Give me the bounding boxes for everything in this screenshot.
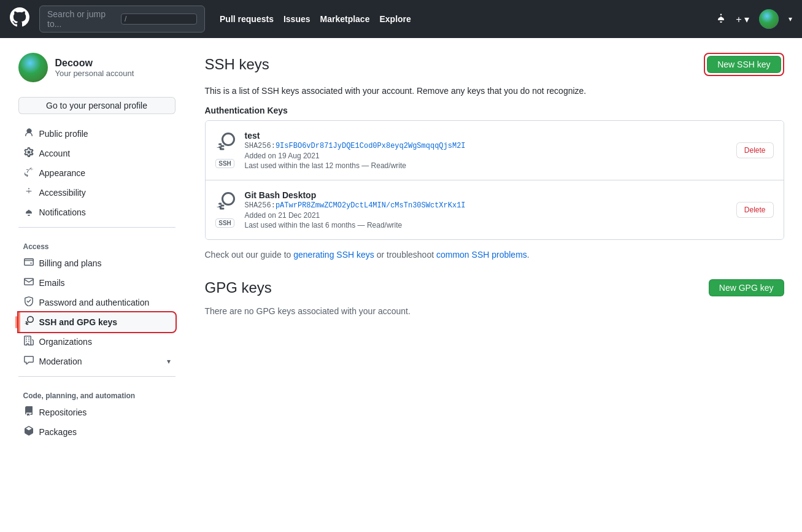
sidebar-label-account: Account [39, 148, 71, 158]
sidebar-item-packages[interactable]: Packages [18, 422, 175, 442]
chevron-down-icon: ▾ [167, 357, 171, 366]
settings-sidebar: Decoow Your personal account Go to your … [18, 53, 190, 442]
sidebar-label-billing: Billing and plans [39, 258, 102, 268]
sidebar-avatar [18, 53, 48, 82]
github-logo[interactable] [10, 7, 29, 31]
paintbrush-icon [23, 167, 34, 179]
code-section-label: Code, planning, and automation [18, 382, 175, 403]
key-icon [23, 316, 34, 328]
ssh-info-text: This is a list of SSH keys associated wi… [205, 86, 784, 96]
sidebar-item-repositories[interactable]: Repositories [18, 403, 175, 422]
generating-ssh-keys-link[interactable]: generating SSH keys [293, 250, 374, 260]
sidebar-label-moderation: Moderation [39, 357, 82, 366]
go-to-profile-button[interactable]: Go to your personal profile [18, 97, 175, 114]
sidebar-label-accessibility: Accessibility [39, 188, 86, 198]
key-type-badge-1: SSH [215, 159, 234, 168]
key-fingerprint-2: SHA256:pATwrPR8ZmwZCMO2yDctL4MIN/cMsTn30… [245, 201, 727, 210]
sidebar-label-password: Password and authentication [39, 298, 150, 307]
sidebar-item-moderation[interactable]: Moderation ▾ [18, 352, 175, 371]
nav-link-pull-requests[interactable]: Pull requests [220, 14, 274, 24]
sidebar-user-info: Decoow Your personal account [18, 53, 175, 82]
sidebar-item-password[interactable]: Password and authentication [18, 293, 175, 312]
ssh-key-icon-2 [215, 192, 235, 216]
new-ssh-button-wrapper: New SSH key [704, 53, 784, 76]
create-plus-icon[interactable]: + ▾ [736, 13, 749, 25]
accessibility-icon [23, 187, 34, 199]
sidebar-item-notifications[interactable]: Notifications [18, 202, 175, 222]
sidebar-item-public-profile[interactable]: Public profile [18, 124, 175, 144]
sidebar-item-accessibility[interactable]: Accessibility [18, 183, 175, 202]
page-layout: Decoow Your personal account Go to your … [9, 38, 794, 457]
sidebar-label-notifications: Notifications [39, 207, 86, 217]
organization-icon [23, 336, 34, 348]
creditcard-icon [23, 257, 34, 269]
mail-icon [23, 277, 34, 289]
key-type-badge-2: SSH [215, 218, 234, 228]
sidebar-label-appearance: Appearance [39, 168, 86, 178]
repo-icon [23, 406, 34, 418]
nav-link-marketplace[interactable]: Marketplace [320, 14, 370, 24]
guide-text: Check out our guide to generating SSH ke… [205, 250, 784, 260]
sidebar-item-billing[interactable]: Billing and plans [18, 253, 175, 273]
sidebar-divider-1 [18, 227, 175, 228]
ssh-key-item-test: SSH test SHA256:9IsFBO6vDr871JyDQE1Cod0P… [206, 121, 784, 180]
key-fingerprint-1: SHA256:9IsFBO6vDr871JyDQE1Cod0Px8eyq2WgS… [245, 142, 727, 150]
gpg-empty-text: There are no GPG keys associated with yo… [205, 306, 784, 316]
nav-link-issues[interactable]: Issues [283, 14, 310, 24]
sidebar-item-emails[interactable]: Emails [18, 273, 175, 293]
info-text-content: This is a list of SSH keys associated wi… [205, 86, 587, 96]
person-icon [23, 128, 34, 140]
fingerprint-prefix-2: SHA256: [245, 201, 276, 210]
topnav-right-section: + ▾ ▾ [716, 9, 792, 29]
delete-key-2-button[interactable]: Delete [736, 202, 774, 218]
fingerprint-hash-1: 9IsFBO6vDr871JyDQE1Cod0Px8eyq2WgSmqqqQjs… [276, 142, 466, 150]
sidebar-label-repositories: Repositories [39, 407, 87, 417]
key-delete-1: Delete [736, 142, 774, 158]
auth-keys-title: Authentication Keys [205, 106, 784, 115]
new-ssh-key-button[interactable]: New SSH key [707, 56, 781, 73]
access-section-label: Access [18, 233, 175, 253]
key-name-2: Git Bash Desktop [245, 190, 727, 200]
sidebar-item-appearance[interactable]: Appearance [18, 163, 175, 183]
shield-lock-icon [23, 296, 34, 309]
avatar-chevron[interactable]: ▾ [789, 15, 792, 23]
sidebar-username: Decoow [55, 58, 134, 69]
key-delete-2: Delete [736, 202, 774, 218]
sidebar-item-account[interactable]: Account [18, 144, 175, 163]
common-ssh-problems-link[interactable]: common SSH problems [436, 250, 527, 260]
ssh-key-item-gitbash: SSH Git Bash Desktop SHA256:pATwrPR8ZmwZ… [206, 180, 784, 239]
sidebar-label-packages: Packages [39, 427, 77, 437]
gpg-header: GPG keys New GPG key [205, 279, 784, 296]
top-navigation: Search or jump to... / Pull requests Iss… [0, 0, 802, 38]
new-gpg-key-button[interactable]: New GPG key [709, 279, 784, 296]
user-avatar[interactable] [759, 9, 779, 29]
gpg-section-title: GPG keys [205, 279, 272, 296]
sidebar-item-organizations[interactable]: Organizations [18, 332, 175, 352]
search-kbd-shortcut: / [121, 13, 197, 25]
sidebar-label-emails: Emails [39, 278, 65, 288]
key-icon-wrapper-2: SSH [215, 192, 235, 228]
ssh-key-list: SSH test SHA256:9IsFBO6vDr871JyDQE1Cod0P… [205, 120, 784, 240]
gear-icon [23, 147, 34, 160]
nav-link-explore[interactable]: Explore [379, 14, 411, 24]
comment-icon [23, 355, 34, 368]
key-details-1: test SHA256:9IsFBO6vDr871JyDQE1Cod0Px8ey… [245, 131, 727, 170]
sidebar-label-public-profile: Public profile [39, 129, 88, 139]
delete-key-1-button[interactable]: Delete [736, 142, 774, 158]
search-bar[interactable]: Search or jump to... / [39, 6, 205, 33]
fingerprint-hash-2: pATwrPR8ZmwZCMO2yDctL4MIN/cMsTn30SWctXrK… [276, 201, 466, 210]
page-header: SSH keys New SSH key [205, 53, 784, 76]
sidebar-divider-2 [18, 376, 175, 377]
notifications-bell-icon[interactable] [716, 13, 726, 26]
page-title: SSH keys [205, 56, 269, 73]
key-added-1: Added on 19 Aug 2021 [245, 152, 727, 160]
key-added-2: Added on 21 Dec 2021 [245, 211, 727, 220]
main-content-area: SSH keys New SSH key This is a list of S… [190, 53, 784, 442]
sidebar-item-ssh-keys[interactable]: SSH and GPG keys [18, 312, 175, 332]
sidebar-user-subtitle: Your personal account [55, 69, 134, 78]
ssh-key-icon-1 [215, 133, 235, 156]
key-last-used-2: Last used within the last 6 months — Rea… [245, 221, 727, 229]
key-details-2: Git Bash Desktop SHA256:pATwrPR8ZmwZCMO2… [245, 190, 727, 229]
gpg-section: GPG keys New GPG key There are no GPG ke… [205, 279, 784, 316]
key-name-1: test [245, 131, 727, 141]
